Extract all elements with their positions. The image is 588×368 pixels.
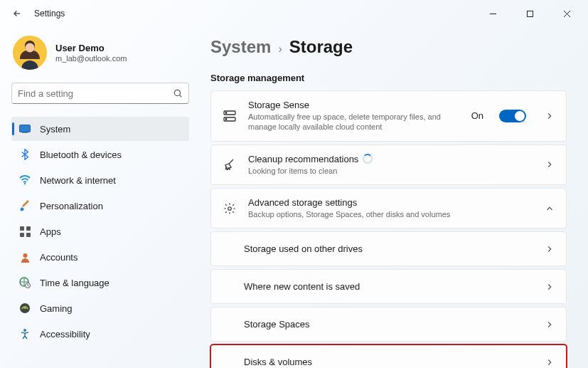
globe-clock-icon [18,276,31,289]
card-title: Cleanup recommendations [248,154,358,164]
apps-icon [18,225,31,238]
card-title: Where new content is saved [244,281,526,292]
user-name: User Demo [55,43,127,53]
card-title: Storage Spaces [244,319,526,330]
loading-spinner-icon [363,154,373,164]
svg-point-20 [228,206,232,210]
sidebar-item-accessibility[interactable]: Accessibility [11,322,189,346]
chevron-right-icon [545,244,555,254]
maximize-icon [526,10,534,18]
system-icon [18,122,31,135]
app-title: Settings [34,9,65,19]
chevron-right-icon: › [278,43,282,56]
search-icon [173,88,183,98]
gear-icon [223,201,237,216]
sidebar: User Demo m_lab@outlook.com System Bluet… [0,27,198,368]
close-button[interactable] [551,3,582,24]
sidebar-item-personalization[interactable]: Personalization [11,194,189,218]
sidebar-item-label: Network & internet [40,175,116,186]
sidebar-item-label: System [40,124,70,135]
user-email: m_lab@outlook.com [55,54,127,63]
maximize-button[interactable] [514,3,545,24]
sidebar-item-label: Time & language [40,278,109,288]
svg-point-15 [23,329,26,332]
brush-icon [18,199,31,212]
sidebar-item-label: Gaming [40,303,73,314]
sidebar-item-network[interactable]: Network & internet [11,168,189,192]
svg-point-14 [24,307,26,309]
search-input[interactable] [18,88,173,99]
chevron-up-icon [545,204,555,214]
card-list: Storage Sense Automatically free up spac… [210,90,567,368]
card-subtitle: Backup options, Storage Spaces, other di… [248,209,526,219]
nav-list: System Bluetooth & devices Network & int… [11,117,189,346]
titlebar: Settings [0,0,588,27]
card-title: Storage Sense [248,100,460,110]
card-storage-sense[interactable]: Storage Sense Automatically free up spac… [210,90,567,142]
person-icon [18,251,31,263]
avatar [13,36,47,70]
user-profile[interactable]: User Demo m_lab@outlook.com [11,31,189,83]
card-storage-spaces[interactable]: Storage Spaces [210,307,567,342]
window-controls [477,3,582,24]
accessibility-icon [18,327,31,340]
svg-rect-8 [20,233,24,237]
sidebar-item-time-language[interactable]: Time & language [11,270,189,295]
svg-rect-0 [527,11,533,16]
card-subtitle: Looking for items to clean [248,166,526,176]
chevron-right-icon [545,357,555,367]
card-advanced-storage[interactable]: Advanced storage settings Backup options… [210,188,567,228]
chevron-right-icon [545,159,555,169]
svg-point-2 [174,90,180,95]
sidebar-item-label: Bluetooth & devices [40,149,122,160]
card-subtitle: Automatically free up space, delete temp… [248,112,460,132]
sidebar-item-apps[interactable]: Apps [11,219,189,243]
card-new-content-saved[interactable]: Where new content is saved [210,269,567,304]
bluetooth-icon [18,148,31,161]
card-disks-volumes[interactable]: Disks & volumes [210,345,567,368]
sidebar-item-label: Apps [40,226,61,237]
card-title: Advanced storage settings [248,197,526,208]
sidebar-item-label: Accounts [40,252,77,263]
card-cleanup[interactable]: Cleanup recommendations Looking for item… [210,144,567,185]
svg-point-1 [26,43,35,53]
sidebar-item-system[interactable]: System [11,117,189,141]
minimize-button[interactable] [477,3,508,24]
svg-rect-7 [26,226,31,231]
chevron-right-icon [545,320,555,330]
back-button[interactable] [6,2,28,25]
section-title: Storage management [210,73,567,83]
card-title: Disks & volumes [244,357,526,367]
sidebar-item-label: Accessibility [40,329,90,340]
svg-rect-6 [20,226,24,231]
close-icon [563,10,571,18]
toggle-state-label: On [471,110,483,121]
svg-point-18 [225,112,227,113]
arrow-left-icon [12,9,22,19]
search-box[interactable] [11,83,189,104]
breadcrumb: System › Storage [210,37,567,57]
svg-rect-3 [20,125,31,132]
breadcrumb-parent[interactable]: System [210,37,271,57]
svg-point-19 [225,118,227,120]
chevron-right-icon [545,111,555,121]
sidebar-item-label: Personalization [40,201,103,211]
wifi-icon [18,174,31,186]
storage-sense-toggle[interactable] [499,110,526,122]
broom-icon [223,157,237,172]
page-title: Storage [289,37,353,57]
gaming-icon [18,302,31,315]
sidebar-item-gaming[interactable]: Gaming [11,296,189,320]
svg-rect-9 [26,233,31,237]
chevron-right-icon [545,282,555,292]
svg-point-5 [24,183,26,184]
svg-point-10 [23,253,27,258]
sidebar-item-accounts[interactable]: Accounts [11,245,189,269]
minimize-icon [489,10,497,18]
card-title: Storage used on other drives [244,243,526,254]
main-content: System › Storage Storage management Stor… [198,27,588,368]
sidebar-item-bluetooth[interactable]: Bluetooth & devices [11,142,189,167]
storage-sense-icon [223,109,237,123]
svg-rect-4 [22,132,28,133]
card-storage-other-drives[interactable]: Storage used on other drives [210,231,567,266]
